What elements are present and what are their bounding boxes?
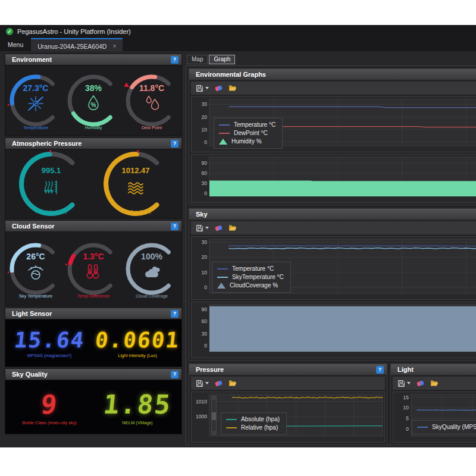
gauge-humidity: 38%%Humidity: [65, 68, 121, 133]
save-button[interactable]: [196, 224, 209, 232]
panel-header: Sky: [189, 209, 476, 220]
help-button[interactable]: ?: [171, 223, 178, 230]
open-folder-icon: [228, 380, 237, 387]
document-tab-label: Uranus-204A-25EA604D: [37, 43, 107, 50]
y-axis-scrollbar[interactable]: [211, 396, 217, 435]
open-folder-button[interactable]: [228, 224, 237, 231]
help-button[interactable]: ?: [171, 371, 178, 378]
bottom-graph-row: Pressure ?: [189, 364, 476, 445]
gauge-value: 1.3°C: [83, 252, 104, 261]
legend-label: Temperature °C: [232, 265, 274, 272]
panel-header: Environment ?: [5, 54, 181, 65]
y-tick-label: 1010: [196, 399, 207, 405]
gauge-label: Sky Temperature: [18, 293, 52, 299]
legend-label: Absolute (hpa): [241, 416, 280, 422]
legend-entry: CloudCoverage %: [217, 282, 284, 289]
eraser-icon: [215, 225, 223, 231]
gauge-marker-icon: [8, 270, 10, 275]
panel-sky-quality: Sky Quality ? 9 Bortle Class (Inner-city…: [5, 368, 182, 434]
sky_temperature-icon: [29, 266, 43, 279]
bortle-value: 9: [39, 389, 60, 419]
panel-header: Pressure ?: [189, 364, 387, 375]
y-tick-label: 90: [202, 306, 208, 312]
help-button[interactable]: ?: [171, 140, 178, 148]
scrollbar-up-arrow[interactable]: [212, 396, 216, 400]
scrollbar-thumb[interactable]: [212, 412, 216, 420]
temp_difference-icon: [87, 265, 99, 278]
gauge-label: Relative (hPa): [120, 209, 151, 214]
chart-canvas: 051015: [393, 392, 476, 442]
view-tabs: Map Graph: [186, 54, 476, 64]
humidity-icon: %: [89, 96, 98, 110]
eraser-button[interactable]: [215, 381, 222, 386]
window-title: PegasusAstro - Unity Platform (Insider): [17, 28, 131, 35]
legend-label: DewPoint °C: [234, 130, 268, 136]
save-button[interactable]: [397, 380, 411, 387]
y-tick-label: 10: [403, 405, 409, 411]
gauge-label: Temp Difference: [77, 293, 109, 299]
save-dropdown-caret[interactable]: [205, 382, 209, 384]
tab-strip: Menu Uranus-204A-25EA604D ×: [0, 38, 476, 51]
y-tick-label: 90: [202, 160, 208, 166]
chart-canvas: 0306090: [192, 302, 476, 358]
panel-pressure-graph: Pressure ?: [189, 364, 387, 445]
left-column: Environment ? 27.3°CTemperature38%%Humid…: [5, 54, 182, 447]
document-tab[interactable]: Uranus-204A-25EA604D ×: [31, 38, 123, 51]
open-folder-button[interactable]: [430, 380, 439, 387]
gauge-label: Temperature: [23, 125, 48, 130]
legend-label: CloudCoverage %: [230, 282, 278, 289]
chart-toolbar: [191, 221, 476, 234]
help-button[interactable]: ?: [171, 56, 178, 64]
panel-cloud-sensor: Cloud Sensor ? 26°CSky Temperature1.3°CT…: [5, 220, 182, 306]
legend-line-swatch: [217, 277, 228, 278]
chart-wrap: 051015SkyQuality (MPSAS): [393, 392, 476, 443]
gauge-absolute-hpa-: 995.1Absolute (hPa): [13, 150, 89, 218]
legend-label: SkyQuality (MPSAS): [432, 424, 476, 430]
y-tick-label: 30: [202, 239, 208, 245]
save-dropdown-caret[interactable]: [407, 382, 411, 384]
legend-entry: SkyTemperature °C: [217, 274, 284, 280]
panel-title: Atmospheric Pressure: [12, 140, 82, 147]
save-button[interactable]: [196, 380, 209, 387]
tab-close-icon[interactable]: ×: [112, 43, 116, 49]
y-tick-label: 0: [204, 284, 207, 290]
gauge-value: 11.8°C: [139, 83, 164, 93]
chart-wrap: 0102030Temperature °CSkyTemperature °CCl…: [191, 236, 476, 358]
panel-environment: Environment ? 27.3°CTemperature38%%Humid…: [5, 54, 182, 136]
gauge-value: 1012.47: [121, 166, 149, 175]
save-dropdown-caret[interactable]: [205, 227, 209, 229]
app-window: ✓ PegasusAstro - Unity Platform (Insider…: [0, 25, 476, 447]
rel_pressure-icon: [129, 183, 143, 194]
eraser-icon: [215, 380, 223, 386]
save-dropdown-caret[interactable]: [205, 87, 209, 89]
temperature-icon: [29, 96, 43, 111]
save-button[interactable]: [196, 84, 209, 92]
open-folder-button[interactable]: [228, 84, 237, 92]
legend-entry: Absolute (hpa): [226, 416, 280, 422]
svg-text:%: %: [91, 102, 96, 108]
panel-light-graph: Light 05: [390, 364, 476, 445]
gauge-temp-difference: 1.3°CTemp Difference: [65, 237, 121, 301]
help-button[interactable]: ?: [376, 366, 384, 374]
open-folder-button[interactable]: [228, 380, 237, 387]
y-tick-label: 0: [406, 426, 409, 432]
eraser-button[interactable]: [215, 226, 222, 230]
lux-value: 0.0601: [94, 328, 181, 352]
chart-toolbar: [393, 377, 476, 390]
panel-header: Sky Quality ?: [5, 369, 181, 380]
series-area: [209, 181, 476, 197]
y-tick-label: 30: [202, 331, 208, 337]
menu-button[interactable]: Menu: [0, 38, 31, 51]
eraser-button[interactable]: [417, 381, 424, 386]
eraser-button[interactable]: [215, 86, 222, 90]
tab-map[interactable]: Map: [187, 55, 208, 64]
chart-humidity-area: 0306090: [191, 154, 476, 203]
legend-entry: Temperature °C: [217, 265, 284, 272]
panel-title: Cloud Sensor: [12, 223, 55, 230]
scrollbar-down-arrow[interactable]: [212, 431, 216, 434]
help-button[interactable]: ?: [171, 310, 178, 318]
chart-cloudcoverage-area: 0306090: [191, 302, 476, 358]
tab-graph[interactable]: Graph: [209, 55, 235, 64]
panel-title: Environment: [12, 56, 52, 63]
sky-quality-display: 9 Bortle Class (Inner-city sky) 1.85 NEL…: [5, 380, 181, 434]
